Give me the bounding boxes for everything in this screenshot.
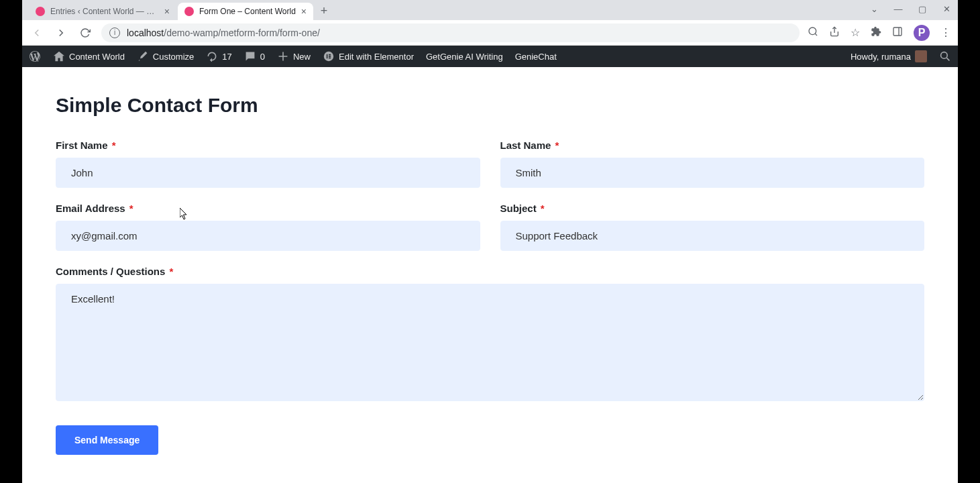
edit-elementor-label: Edit with Elementor xyxy=(339,52,414,62)
new-content-link[interactable]: New xyxy=(277,50,311,62)
browser-actions: ☆ P ⋮ xyxy=(808,25,951,41)
browser-tab-entries[interactable]: Entries ‹ Content World — Word × xyxy=(29,3,176,20)
bookmark-icon[interactable]: ☆ xyxy=(851,26,860,39)
edit-elementor-link[interactable]: Edit with Elementor xyxy=(323,50,414,62)
site-name-link[interactable]: Content World xyxy=(53,50,125,62)
svg-rect-3 xyxy=(893,28,902,36)
svg-line-1 xyxy=(815,34,817,36)
email-group: Email Address * xyxy=(56,203,480,251)
home-icon xyxy=(53,50,65,62)
svg-point-0 xyxy=(809,28,816,35)
url-text: localhost/demo-wamp/metform-form/form-on… xyxy=(127,28,320,38)
customize-label: Customize xyxy=(153,52,194,62)
site-name-label: Content World xyxy=(69,52,125,62)
plus-icon xyxy=(277,50,289,62)
comments-textarea[interactable] xyxy=(56,284,924,401)
close-icon[interactable]: × xyxy=(301,7,307,16)
maximize-icon[interactable]: ▢ xyxy=(916,3,928,15)
user-greeting: Howdy, rumana xyxy=(851,52,911,62)
browser-window: Entries ‹ Content World — Word × Form On… xyxy=(22,0,958,483)
search-icon xyxy=(939,50,951,62)
email-label: Email Address * xyxy=(56,203,480,214)
comments-group: Comments / Questions * xyxy=(56,266,924,401)
close-icon[interactable]: × xyxy=(164,7,170,16)
page-content: Simple Contact Form First Name * Last Na… xyxy=(22,67,958,483)
svg-point-10 xyxy=(941,52,948,59)
browser-tab-form-one[interactable]: Form One – Content World × xyxy=(178,3,313,20)
last-name-label: Last Name * xyxy=(500,140,925,151)
extensions-icon[interactable] xyxy=(871,26,881,40)
send-message-button[interactable]: Send Message xyxy=(56,425,158,455)
zoom-icon[interactable] xyxy=(808,26,818,40)
forward-button[interactable] xyxy=(53,25,69,41)
comments-count: 0 xyxy=(260,52,265,62)
minimize-icon[interactable]: — xyxy=(892,3,904,15)
comment-icon xyxy=(244,50,256,62)
update-icon xyxy=(206,50,218,62)
user-account-link[interactable]: Howdy, rumana xyxy=(851,50,927,62)
window-controls: ⌄ — ▢ ✕ xyxy=(868,3,952,15)
user-avatar-icon xyxy=(915,50,927,62)
new-tab-button[interactable]: + xyxy=(315,1,333,20)
first-name-label: First Name * xyxy=(56,140,480,151)
svg-rect-9 xyxy=(329,58,331,59)
wordpress-favicon-icon xyxy=(36,7,45,16)
getgenie-label: GetGenie AI Writing xyxy=(426,52,503,62)
tab-bar: Entries ‹ Content World — Word × Form On… xyxy=(22,0,958,20)
wordpress-icon xyxy=(29,50,41,62)
tab-title: Form One – Content World xyxy=(199,7,296,16)
getgenie-link[interactable]: GetGenie AI Writing xyxy=(426,52,503,62)
subject-group: Subject * xyxy=(500,203,925,251)
brush-icon xyxy=(137,50,149,62)
wp-logo-link[interactable] xyxy=(29,50,41,62)
svg-rect-6 xyxy=(327,54,328,58)
geniechat-label: GenieChat xyxy=(515,52,557,62)
updates-count: 17 xyxy=(222,52,231,62)
wordpress-favicon-icon xyxy=(184,7,194,16)
last-name-input[interactable] xyxy=(500,158,925,188)
updates-link[interactable]: 17 xyxy=(206,50,231,62)
email-input[interactable] xyxy=(56,221,480,251)
customize-link[interactable]: Customize xyxy=(137,50,194,62)
elementor-icon xyxy=(323,50,335,62)
comments-link[interactable]: 0 xyxy=(244,50,265,62)
svg-line-11 xyxy=(946,58,949,60)
address-bar: i localhost/demo-wamp/metform-form/form-… xyxy=(22,20,958,46)
comments-label: Comments / Questions * xyxy=(56,266,924,277)
wp-admin-bar: Content World Customize 17 0 New xyxy=(22,46,958,67)
site-info-icon[interactable]: i xyxy=(109,28,120,38)
reload-button[interactable] xyxy=(77,25,93,41)
page-title: Simple Contact Form xyxy=(56,94,924,117)
url-input[interactable]: i localhost/demo-wamp/metform-form/form-… xyxy=(101,23,800,42)
search-toggle[interactable] xyxy=(939,50,951,62)
first-name-input[interactable] xyxy=(56,158,480,188)
svg-rect-8 xyxy=(329,56,331,57)
close-window-icon[interactable]: ✕ xyxy=(940,3,952,15)
last-name-group: Last Name * xyxy=(500,140,925,188)
geniechat-link[interactable]: GenieChat xyxy=(515,52,557,62)
subject-label: Subject * xyxy=(500,203,925,214)
new-label: New xyxy=(293,52,311,62)
kebab-menu-icon[interactable]: ⋮ xyxy=(940,26,951,39)
share-icon[interactable] xyxy=(829,26,840,40)
tab-title: Entries ‹ Content World — Word xyxy=(50,7,159,16)
profile-avatar[interactable]: P xyxy=(914,25,930,41)
subject-input[interactable] xyxy=(500,221,925,251)
sidepanel-icon[interactable] xyxy=(892,26,903,40)
first-name-group: First Name * xyxy=(56,140,480,188)
svg-rect-7 xyxy=(329,54,331,56)
back-button[interactable] xyxy=(29,25,45,41)
chevron-down-icon[interactable]: ⌄ xyxy=(868,3,880,15)
